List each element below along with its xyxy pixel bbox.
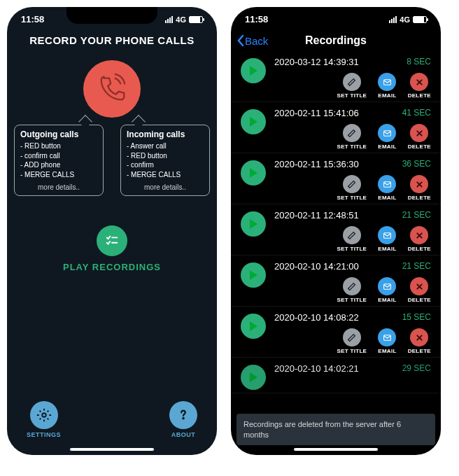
incoming-heading: Incoming calls <box>127 130 204 139</box>
page-title: RECORD YOUR PHONE CALLS <box>7 34 217 46</box>
screen-record: 11:58 4G RECORD YOUR PHONE CALLS Outgoin… <box>7 7 217 455</box>
recording-row: 2020-02-11 12:48:5121 SECSET TITLEEMAILD… <box>231 204 441 255</box>
recordings-list[interactable]: 2020-03-12 14:39:318 SECSET TITLEEMAILDE… <box>231 51 441 393</box>
email-button[interactable]: EMAIL <box>378 277 396 303</box>
signal-icon <box>389 16 397 23</box>
svg-point-3 <box>183 418 183 419</box>
gear-icon <box>36 407 52 423</box>
delete-button[interactable]: DELETE <box>408 124 431 150</box>
recording-timestamp: 2020-02-10 14:02:21 <box>274 363 359 374</box>
close-icon <box>410 226 428 244</box>
notch <box>66 7 157 24</box>
recording-timestamp: 2020-02-11 15:36:30 <box>274 159 359 169</box>
clock: 11:58 <box>21 14 44 24</box>
outgoing-bubble[interactable]: Outgoing calls RED button confirm call A… <box>14 125 104 196</box>
recording-duration: 29 SEC <box>402 363 431 374</box>
recording-duration: 21 SEC <box>402 261 431 272</box>
set-title-button[interactable]: SET TITLE <box>337 73 367 99</box>
back-button[interactable]: Back <box>236 34 268 47</box>
chevron-left-icon <box>236 34 245 47</box>
delete-button[interactable]: DELETE <box>408 277 431 303</box>
about-button[interactable]: ABOUT <box>169 401 197 438</box>
set-title-button[interactable]: SET TITLE <box>337 124 367 150</box>
delete-button[interactable]: DELETE <box>408 175 431 201</box>
question-icon <box>176 407 191 423</box>
play-button[interactable] <box>241 365 266 390</box>
close-icon <box>410 175 428 193</box>
play-recordings-button[interactable] <box>97 225 127 256</box>
play-button[interactable] <box>241 314 266 339</box>
svg-point-2 <box>42 413 46 417</box>
recording-row: 2020-02-10 14:08:2215 SECSET TITLEEMAILD… <box>231 307 441 358</box>
recording-duration: 21 SEC <box>402 210 431 220</box>
recording-row: 2020-02-10 14:02:2129 SEC <box>231 358 441 393</box>
edit-icon <box>343 73 361 91</box>
edit-icon <box>343 175 361 193</box>
footer: SETTINGS ABOUT <box>7 401 217 438</box>
set-title-button[interactable]: SET TITLE <box>337 277 367 303</box>
back-label: Back <box>245 35 268 47</box>
email-button[interactable]: EMAIL <box>378 328 396 354</box>
checklist-icon <box>104 233 120 248</box>
battery-icon <box>413 16 427 23</box>
recording-timestamp: 2020-02-11 12:48:51 <box>274 210 359 220</box>
settings-button[interactable]: SETTINGS <box>27 401 61 438</box>
email-button[interactable]: EMAIL <box>378 73 396 99</box>
recording-timestamp: 2020-02-10 14:21:00 <box>274 261 359 272</box>
clock: 11:58 <box>245 14 268 24</box>
mail-icon <box>378 328 396 346</box>
notch <box>290 7 381 24</box>
email-button[interactable]: EMAIL <box>378 124 396 150</box>
outgoing-heading: Outgoing calls <box>20 130 97 139</box>
mail-icon <box>378 124 396 142</box>
play-button[interactable] <box>241 211 266 237</box>
nav-title: Recordings <box>305 34 367 47</box>
delete-button[interactable]: DELETE <box>408 328 431 354</box>
recording-timestamp: 2020-02-11 15:41:06 <box>274 108 359 118</box>
recording-row: 2020-02-11 15:41:0641 SECSET TITLEEMAILD… <box>231 102 441 153</box>
close-icon <box>410 73 428 91</box>
set-title-button[interactable]: SET TITLE <box>337 175 367 201</box>
delete-button[interactable]: DELETE <box>408 226 431 252</box>
settings-label: SETTINGS <box>27 431 61 438</box>
carrier: 4G <box>176 15 186 24</box>
play-button[interactable] <box>241 160 266 186</box>
mail-icon <box>378 277 396 295</box>
recording-row: 2020-03-12 14:39:318 SECSET TITLEEMAILDE… <box>231 51 441 102</box>
info-toast: Recordings are deleted from the server a… <box>236 414 435 445</box>
recording-row: 2020-02-11 15:36:3036 SECSET TITLEEMAILD… <box>231 153 441 204</box>
record-button[interactable] <box>83 60 141 118</box>
play-recordings-label: PLAY RECORDINGS <box>7 262 217 272</box>
outgoing-more[interactable]: more details.. <box>20 183 97 191</box>
help-bubbles: Outgoing calls RED button confirm call A… <box>7 125 217 196</box>
incoming-bubble[interactable]: Incoming calls Answer call RED button co… <box>120 125 210 196</box>
battery-icon <box>189 16 203 23</box>
delete-button[interactable]: DELETE <box>408 73 431 99</box>
play-button[interactable] <box>241 109 266 134</box>
incoming-more[interactable]: more details.. <box>127 183 204 191</box>
recording-timestamp: 2020-02-10 14:08:22 <box>274 312 359 323</box>
play-button[interactable] <box>241 262 266 288</box>
about-label: ABOUT <box>169 431 197 438</box>
recording-duration: 36 SEC <box>402 159 431 169</box>
play-button[interactable] <box>241 58 266 83</box>
screen-recordings: 11:58 4G Back Recordings 2020-03-12 14:3… <box>231 7 441 455</box>
edit-icon <box>343 124 361 142</box>
email-button[interactable]: EMAIL <box>378 175 396 201</box>
set-title-button[interactable]: SET TITLE <box>337 226 367 252</box>
carrier: 4G <box>400 15 410 24</box>
edit-icon <box>343 277 361 295</box>
home-indicator <box>294 448 378 451</box>
edit-icon <box>343 328 361 346</box>
close-icon <box>410 328 428 346</box>
outgoing-steps: RED button confirm call ADD phone MERGE … <box>20 141 97 179</box>
recording-timestamp: 2020-03-12 14:39:31 <box>274 57 359 67</box>
mail-icon <box>378 175 396 193</box>
mail-icon <box>378 226 396 244</box>
set-title-button[interactable]: SET TITLE <box>337 328 367 354</box>
close-icon <box>410 124 428 142</box>
email-button[interactable]: EMAIL <box>378 226 396 252</box>
recording-duration: 8 SEC <box>407 57 431 67</box>
recording-duration: 15 SEC <box>402 312 431 323</box>
edit-icon <box>343 226 361 244</box>
